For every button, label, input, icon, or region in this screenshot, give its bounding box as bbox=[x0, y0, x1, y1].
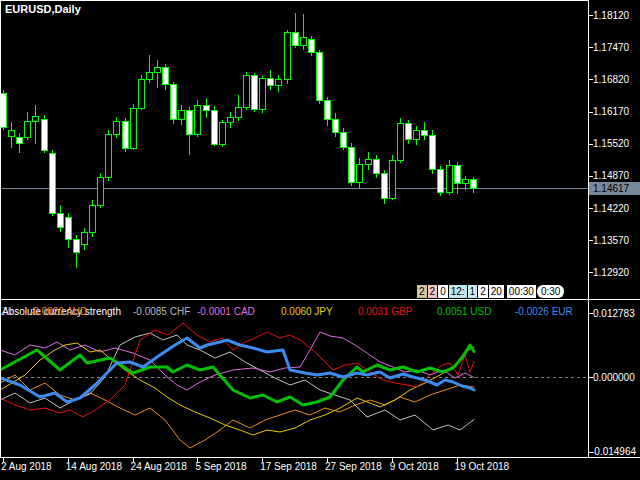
chart-canvas[interactable] bbox=[0, 0, 640, 480]
countdown-box: 20 bbox=[489, 285, 504, 298]
countdown-box: 2 bbox=[417, 285, 427, 298]
legend-item-jpy: 0.0060 JPY bbox=[281, 306, 333, 317]
indicator-axis-label: -0.014964 bbox=[591, 446, 636, 457]
candle bbox=[82, 228, 88, 250]
time-axis[interactable]: 2 Aug 201814 Aug 201824 Aug 20185 Sep 20… bbox=[0, 457, 640, 480]
date-label: 17 Sep 2018 bbox=[260, 461, 317, 472]
candle bbox=[74, 235, 80, 268]
date-label: 14 Aug 2018 bbox=[66, 461, 122, 472]
price-axis-label: 1.14870 bbox=[593, 170, 629, 181]
candle bbox=[114, 117, 120, 138]
candle bbox=[98, 173, 104, 208]
candle bbox=[317, 50, 323, 104]
candle-countdown-timer: 22012:122000:300:30 bbox=[417, 285, 565, 298]
candle bbox=[260, 76, 266, 113]
candle bbox=[236, 95, 242, 121]
candle bbox=[66, 213, 72, 248]
legend-item-aud: -0.0020 AUD bbox=[30, 306, 87, 317]
candle bbox=[244, 72, 250, 110]
candle bbox=[179, 105, 185, 125]
candle bbox=[398, 118, 404, 163]
candle bbox=[25, 112, 31, 140]
date-label: 24 Aug 2018 bbox=[131, 461, 187, 472]
price-axis-label: 1.16820 bbox=[593, 74, 629, 85]
countdown-box: 0 bbox=[438, 285, 448, 298]
candle bbox=[285, 30, 291, 84]
price-axis-label: 1.13570 bbox=[593, 235, 629, 246]
date-label: 9 Oct 2018 bbox=[390, 461, 439, 472]
candle bbox=[414, 126, 420, 145]
candle bbox=[139, 75, 145, 110]
candle bbox=[147, 55, 153, 83]
candle bbox=[268, 70, 274, 90]
candle bbox=[50, 150, 56, 216]
legend-item-eur: -0.0026 EUR bbox=[515, 306, 573, 317]
countdown-box: 2 bbox=[428, 285, 438, 298]
candle bbox=[163, 64, 169, 90]
price-axis-label: 1.18120 bbox=[593, 10, 629, 21]
price-axis-label: 1.15520 bbox=[593, 138, 629, 149]
candlestick-series bbox=[1, 13, 477, 268]
candle bbox=[187, 107, 193, 155]
countdown-box: 00:30 bbox=[507, 285, 536, 298]
bid-price-label: 1.14617 bbox=[589, 182, 640, 195]
candle bbox=[212, 106, 218, 146]
date-label: 27 Sep 2018 bbox=[325, 461, 382, 472]
countdown-box: 2 bbox=[478, 285, 488, 298]
candle bbox=[293, 13, 299, 48]
candle bbox=[471, 177, 477, 193]
legend-item-chf: -0.0085 CHF bbox=[133, 306, 190, 317]
candle bbox=[155, 60, 161, 88]
legend-item-cad: -0.0001 CAD bbox=[197, 306, 255, 317]
date-label: 19 Oct 2018 bbox=[455, 461, 509, 472]
candle bbox=[90, 200, 96, 237]
candle bbox=[455, 162, 461, 194]
candle bbox=[349, 143, 355, 186]
candle bbox=[220, 120, 226, 147]
date-label: 2 Aug 2018 bbox=[1, 461, 52, 472]
indicator-header: Zb Absolute currency strength -0.0020 AU… bbox=[0, 306, 588, 320]
candle bbox=[131, 104, 137, 150]
candle bbox=[276, 75, 282, 92]
countdown-box: 12: bbox=[449, 285, 467, 298]
candle bbox=[374, 155, 380, 178]
candle bbox=[204, 98, 210, 118]
candle bbox=[195, 100, 201, 137]
candle bbox=[228, 112, 234, 128]
candle bbox=[301, 14, 307, 50]
indicator-axis-label: 0.000000 bbox=[593, 372, 635, 383]
candle bbox=[447, 160, 453, 195]
candle bbox=[366, 152, 372, 170]
candle bbox=[58, 205, 64, 232]
candle bbox=[438, 166, 444, 196]
candle bbox=[333, 113, 339, 137]
price-axis-label: 1.14220 bbox=[593, 203, 629, 214]
candle bbox=[430, 130, 436, 174]
price-axis-label: 1.16170 bbox=[593, 106, 629, 117]
price-axis-label: 1.12920 bbox=[593, 267, 629, 278]
candle bbox=[252, 73, 258, 112]
candle bbox=[17, 133, 23, 153]
candle bbox=[123, 118, 129, 152]
candle bbox=[382, 170, 388, 204]
candle bbox=[463, 176, 469, 190]
candle bbox=[106, 130, 112, 181]
candle bbox=[357, 158, 363, 188]
candle bbox=[390, 155, 396, 200]
indicator-axis-label: 0.012783 bbox=[593, 308, 635, 319]
candle bbox=[9, 122, 15, 148]
candle bbox=[341, 128, 347, 150]
legend-item-gbp: 0.0031 GBP bbox=[358, 306, 412, 317]
candle bbox=[42, 115, 48, 153]
date-label: 5 Sep 2018 bbox=[195, 461, 246, 472]
candle bbox=[171, 82, 177, 124]
countdown-box: 0:30 bbox=[537, 285, 564, 298]
mt4-chart-window: EURUSD,Daily Zb Absolute currency streng… bbox=[0, 0, 640, 480]
legend-item-usd: 0.0051 USD bbox=[437, 306, 491, 317]
candle bbox=[1, 90, 7, 130]
candle bbox=[422, 122, 428, 140]
price-axis[interactable]: 1.181201.174701.168201.161701.155201.148… bbox=[589, 0, 640, 457]
candle bbox=[325, 97, 331, 126]
candle bbox=[406, 120, 412, 144]
price-axis-label: 1.17470 bbox=[593, 42, 629, 53]
